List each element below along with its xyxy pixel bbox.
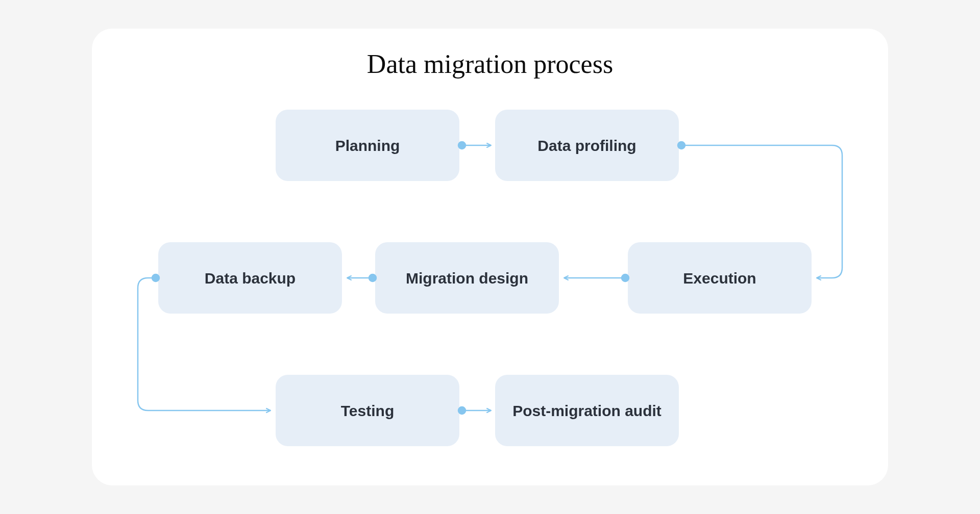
node-planning: Planning	[276, 110, 459, 181]
flow-diagram: Planning Data profiling Execution Migrat…	[92, 94, 888, 482]
node-testing: Testing	[276, 375, 459, 446]
svg-point-2	[678, 142, 685, 149]
node-label: Data backup	[205, 268, 296, 288]
svg-point-8	[458, 407, 465, 414]
node-label: Execution	[683, 268, 756, 288]
svg-point-0	[458, 142, 465, 149]
node-label: Testing	[341, 401, 394, 421]
node-backup: Data backup	[158, 242, 342, 314]
diagram-card: Data migration process Planning Data pro…	[92, 29, 888, 485]
node-profiling: Data profiling	[495, 110, 679, 181]
node-execution: Execution	[628, 242, 812, 314]
node-label: Planning	[335, 136, 400, 156]
node-label: Migration design	[406, 268, 528, 288]
diagram-title: Data migration process	[92, 49, 888, 79]
node-label: Post-migration audit	[512, 401, 662, 421]
node-design: Migration design	[375, 242, 559, 314]
node-audit: Post-migration audit	[495, 375, 679, 446]
node-label: Data profiling	[537, 136, 636, 156]
